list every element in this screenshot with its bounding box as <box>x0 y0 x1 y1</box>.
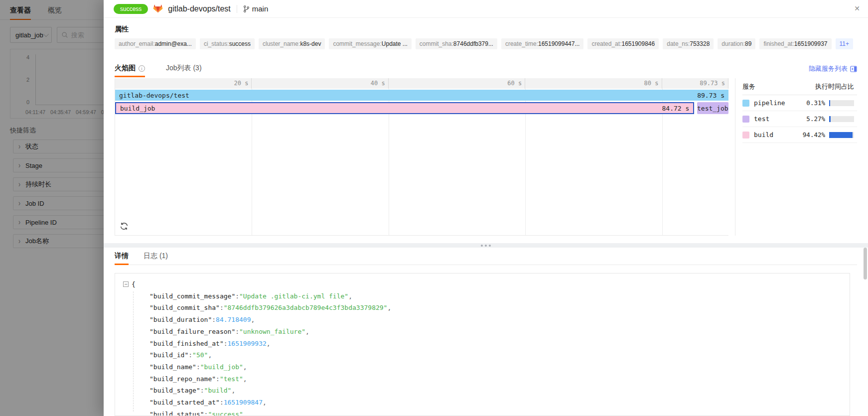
more-attributes-tag[interactable]: 11+ <box>836 38 853 49</box>
service-percent: 0.31% <box>798 99 825 107</box>
json-line: "build_commit_message":"Update .gitlab-c… <box>123 290 842 302</box>
json-line: "build_id":"50", <box>123 349 842 361</box>
json-line: "build_started_at":1651909847, <box>123 397 842 409</box>
close-icon[interactable]: ✕ <box>854 4 860 12</box>
sidebar: 查看器 概览 gitlab_job 420 04:11:4704:35:4704… <box>0 0 104 416</box>
time-axis-tick: 80 s <box>525 78 662 89</box>
flame-body: gitlab-devops/test 89.73 s build_job 84.… <box>115 89 728 235</box>
flame-tabbar: 火焰图 i Job列表 (3) 隐藏服务列表 <box>115 63 857 77</box>
trace-title: gitlab-devops/test <box>168 4 230 13</box>
time-axis: 20 s40 s60 s80 s89.73 s <box>115 78 728 89</box>
tab-job-list[interactable]: Job列表 (3) <box>166 64 202 77</box>
drawer-backdrop[interactable] <box>0 0 104 416</box>
indent-guide <box>133 291 134 412</box>
json-line: "build_name":"build_job", <box>123 361 842 373</box>
status-badge: success <box>114 4 148 14</box>
collapse-icon[interactable]: − <box>123 281 129 287</box>
ratio-bar <box>829 116 854 122</box>
collapse-panel-icon <box>850 66 857 72</box>
panel-resize-handle[interactable] <box>104 243 868 248</box>
attribute-tag: date_ns:753328 <box>663 38 714 49</box>
ratio-bar <box>829 100 854 106</box>
flame-graph-section: 20 s40 s60 s80 s89.73 s gitlab-devops/te… <box>115 78 857 236</box>
service-row[interactable]: pipeline 0.31% <box>742 95 857 111</box>
service-name: pipeline <box>754 99 798 107</box>
info-icon[interactable]: i <box>139 65 145 72</box>
git-branch-icon <box>243 5 250 13</box>
service-list-header: 服务 执行时间占比 <box>742 78 857 95</box>
time-axis-tick: 20 s <box>115 78 252 89</box>
attribute-tag: ci_status:success <box>200 38 255 49</box>
hide-service-list-link[interactable]: 隐藏服务列表 <box>809 64 857 73</box>
attribute-tag-list: author_email:admin@exa... ci_status:succ… <box>115 38 857 49</box>
service-row[interactable]: build 94.42% <box>742 127 857 143</box>
flame-graph: 20 s40 s60 s80 s89.73 s gitlab-devops/te… <box>115 78 728 236</box>
branch-info: main <box>243 4 269 13</box>
flame-bar-test[interactable]: test_job <box>697 102 728 114</box>
tab-log[interactable]: 日志 (1) <box>144 252 168 265</box>
branch-name: main <box>252 4 269 13</box>
divider <box>237 5 237 13</box>
attribute-tag: created_at:1651909846 <box>587 38 659 49</box>
attribute-tag: commit_sha:8746ddfb379... <box>416 38 497 49</box>
time-axis-tick: 60 s <box>389 78 525 89</box>
attribute-tag: duration:89 <box>718 38 755 49</box>
json-line: "build_failure_reason":"unknown_failure"… <box>123 326 842 338</box>
tab-flame-graph[interactable]: 火焰图 i <box>115 64 145 77</box>
scrollbar-thumb[interactable] <box>864 248 867 279</box>
json-line: "build_status":"success", <box>123 409 842 416</box>
service-rows: pipeline 0.31% test 5.27% <box>742 95 857 143</box>
service-list-panel: 服务 执行时间占比 pipeline 0.31% <box>735 78 857 236</box>
tab-detail[interactable]: 详情 <box>115 252 129 265</box>
service-color-swatch <box>742 100 749 107</box>
detail-tabbar: 详情 日志 (1) <box>115 252 857 265</box>
json-line: "build_duration":84.718409, <box>123 314 842 326</box>
attribute-tag: commit_message:Update ... <box>329 38 411 49</box>
service-row[interactable]: test 5.27% <box>742 111 857 127</box>
flame-bar-build[interactable]: build_job 84.72 s <box>115 102 694 114</box>
gitlab-icon <box>153 4 163 13</box>
service-name: test <box>754 115 798 123</box>
attribute-tag: cluster_name:k8s-dev <box>259 38 325 49</box>
attribute-tag: finished_at:1651909937 <box>759 38 831 49</box>
ratio-bar <box>829 132 854 138</box>
attribute-tag: author_email:admin@exa... <box>115 38 196 49</box>
service-percent: 94.42% <box>798 131 825 139</box>
attribute-tag: create_time:16519099447... <box>501 38 583 49</box>
json-lines: "build_commit_message":"Update .gitlab-c… <box>123 290 842 416</box>
time-axis-tick: 40 s <box>252 78 388 89</box>
service-percent: 5.27% <box>798 115 825 123</box>
trace-drawer: success gitlab-devops/test main ✕ 属性 aut… <box>104 0 868 416</box>
json-line: "build_stage":"build", <box>123 385 842 397</box>
json-line: "build_finished_at":1651909932, <box>123 338 842 350</box>
service-name: build <box>754 131 798 139</box>
attributes-heading: 属性 <box>115 25 857 34</box>
refresh-icon[interactable] <box>120 222 129 231</box>
service-color-swatch <box>742 132 749 139</box>
json-line: "build_commit_sha":"8746ddfb379626a3dabc… <box>123 302 842 314</box>
ratio-bar-fill <box>829 132 853 138</box>
ratio-bar-fill <box>829 116 831 122</box>
service-color-swatch <box>742 116 749 123</box>
time-axis-tick: 89.73 s <box>662 78 728 89</box>
ratio-bar-fill <box>829 100 830 106</box>
flame-bar-pipeline[interactable]: gitlab-devops/test 89.73 s <box>115 90 728 101</box>
drawer-header: success gitlab-devops/test main <box>104 0 868 18</box>
json-line: "build_repo_name":"test", <box>123 373 842 385</box>
json-viewer[interactable]: − { "build_commit_message":"Update .gitl… <box>115 273 850 416</box>
